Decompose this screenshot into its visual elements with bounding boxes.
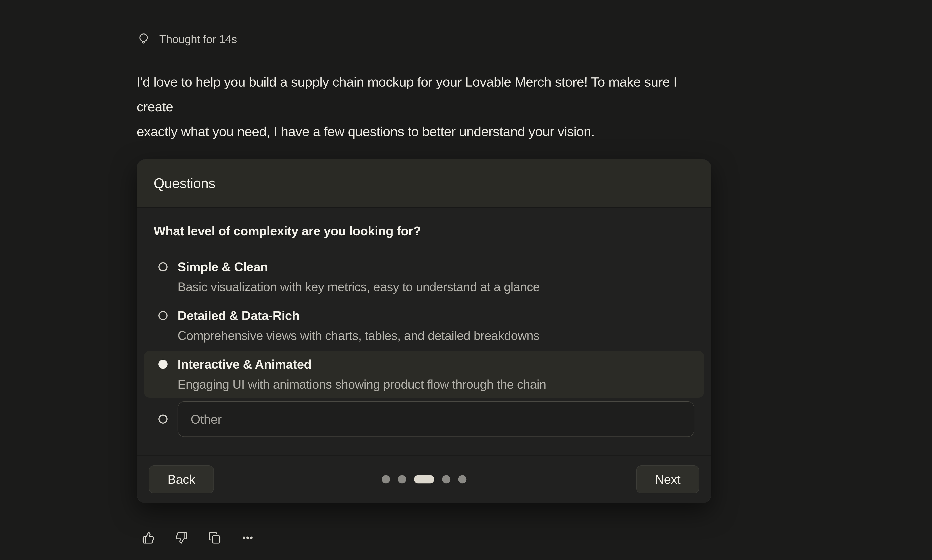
- other-option-input[interactable]: [177, 401, 695, 437]
- message-line: I'd love to help you build a supply chai…: [137, 69, 712, 119]
- option-description: Engaging UI with animations showing prod…: [177, 374, 546, 394]
- more-options-icon: [241, 532, 254, 544]
- message-actions: [137, 531, 712, 545]
- progress-dot: [442, 475, 450, 483]
- progress-dot-active: [414, 475, 434, 483]
- option-description: Basic visualization with key metrics, ea…: [177, 277, 540, 297]
- questions-card-header: Questions: [137, 159, 711, 208]
- questions-card: Questions What level of complexity are y…: [137, 159, 711, 503]
- progress-dot: [398, 475, 406, 483]
- card-title: Questions: [154, 175, 216, 191]
- option-simple-clean[interactable]: Simple & Clean Basic visualization with …: [144, 253, 704, 300]
- thumbs-up-icon: [142, 532, 155, 544]
- next-button[interactable]: Next: [636, 465, 699, 493]
- question-text: What level of complexity are you looking…: [154, 223, 695, 238]
- option-interactive-animated[interactable]: Interactive & Animated Engaging UI with …: [144, 351, 704, 398]
- message-line: exactly what you need, I have a few ques…: [137, 119, 712, 144]
- questions-card-footer: Back Next: [137, 455, 711, 503]
- options-list: Simple & Clean Basic visualization with …: [144, 253, 704, 438]
- thought-label: Thought for 14s: [159, 32, 237, 46]
- back-button[interactable]: Back: [149, 465, 214, 493]
- radio-icon[interactable]: [159, 262, 168, 271]
- option-detailed-data-rich[interactable]: Detailed & Data-Rich Comprehensive views…: [144, 302, 704, 349]
- radio-icon[interactable]: [159, 414, 168, 424]
- thought-indicator[interactable]: Thought for 14s: [137, 31, 712, 48]
- option-title: Detailed & Data-Rich: [177, 306, 539, 326]
- assistant-message: I'd love to help you build a supply chai…: [137, 69, 712, 144]
- thumbs-up-button[interactable]: [142, 531, 155, 545]
- copy-button[interactable]: [208, 531, 221, 545]
- progress-dot: [382, 475, 390, 483]
- option-description: Comprehensive views with charts, tables,…: [177, 326, 539, 346]
- questions-card-body: What level of complexity are you looking…: [137, 208, 711, 455]
- thumbs-down-icon: [175, 532, 188, 544]
- thumbs-down-button[interactable]: [175, 531, 188, 545]
- option-title: Simple & Clean: [177, 257, 540, 277]
- more-options-button[interactable]: [241, 531, 254, 545]
- option-other[interactable]: [144, 400, 704, 438]
- lightbulb-icon: [137, 32, 151, 46]
- radio-selected-icon[interactable]: [159, 360, 168, 369]
- option-title: Interactive & Animated: [177, 354, 546, 374]
- chat-message-block: Thought for 14s I'd love to help you bui…: [137, 31, 712, 545]
- progress-dot: [458, 475, 466, 483]
- progress-dots: [382, 475, 466, 483]
- copy-icon: [208, 532, 221, 544]
- radio-icon[interactable]: [159, 311, 168, 320]
